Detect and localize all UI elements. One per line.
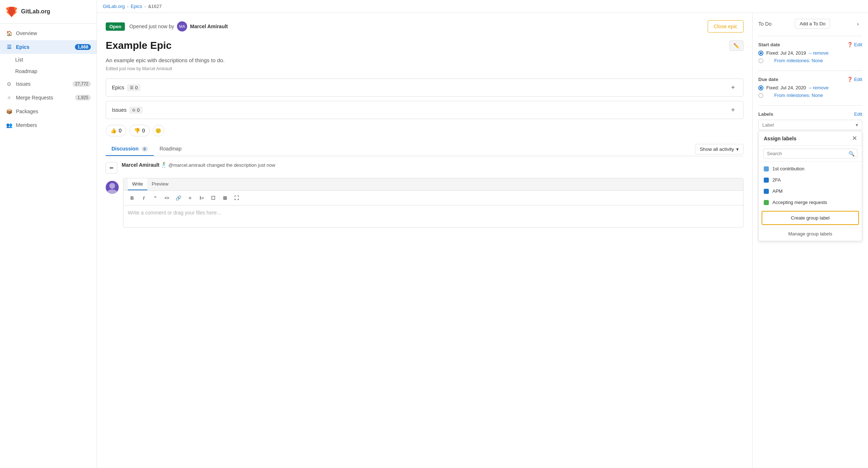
comment-editor-row: Write Preview B I " <> 🔗 ≡ 1≡ ☐ ⊞ ⛶ bbox=[106, 178, 743, 227]
edit-title-button[interactable]: ✏️ bbox=[729, 41, 743, 51]
start-date-fixed-radio[interactable] bbox=[758, 51, 763, 56]
pencil-icon: ✏️ bbox=[733, 43, 740, 48]
due-date-fixed-radio[interactable] bbox=[758, 85, 763, 90]
sidebar-sub-item-roadmap[interactable]: Roadmap bbox=[0, 65, 97, 77]
thumbsdown-reaction[interactable]: 👎 0 bbox=[129, 125, 150, 136]
label-name-accepting-merge: Accepting merge requests bbox=[772, 200, 827, 205]
sidebar-item-label-members: Members bbox=[16, 122, 37, 128]
breadcrumb-epics[interactable]: Epics bbox=[131, 4, 142, 9]
due-date-header: Due date ❓ Edit bbox=[758, 77, 862, 82]
sidebar-item-label-merge: Merge Requests bbox=[16, 95, 53, 101]
todo-row: To Do Add a To Do › bbox=[758, 19, 862, 29]
search-icon: 🔍 bbox=[848, 151, 855, 157]
comment-avatar bbox=[106, 181, 119, 194]
sidebar-item-label-issues: Issues bbox=[16, 81, 30, 87]
edit-icon: ✏ bbox=[110, 165, 114, 171]
sidebar-sub-item-list[interactable]: List bbox=[0, 54, 97, 65]
labels-dropdown[interactable]: Label ▾ bbox=[758, 120, 862, 130]
breadcrumb-sep-2: › bbox=[144, 4, 146, 9]
start-date-section: Start date ❓ Edit Fixed: Jul 24, 2019 – … bbox=[758, 42, 862, 63]
label-name-1st-contribution: 1st contribution bbox=[772, 166, 804, 171]
toolbar-list-ordered[interactable]: 1≡ bbox=[197, 193, 207, 203]
label-item-2fa[interactable]: 2FA bbox=[759, 174, 862, 186]
editor-placeholder[interactable]: Write a comment or drag your files here… bbox=[123, 205, 743, 227]
sidebar-item-label-epics: Epics bbox=[16, 44, 29, 50]
labels-edit-btn[interactable]: Edit bbox=[854, 111, 862, 117]
sidebar-item-merge-requests[interactable]: ⑃ Merge Requests 1,925 bbox=[0, 91, 97, 105]
start-date-milestone-radio[interactable] bbox=[758, 58, 763, 63]
epics-badge: 1,668 bbox=[75, 44, 91, 50]
editor-tab-preview[interactable]: Preview bbox=[147, 178, 173, 190]
toolbar-italic[interactable]: I bbox=[139, 193, 149, 203]
sidebar-item-packages[interactable]: 📦 Packages bbox=[0, 105, 97, 118]
toolbar-checkbox[interactable]: ☐ bbox=[208, 193, 218, 203]
comment-editor: Write Preview B I " <> 🔗 ≡ 1≡ ☐ ⊞ ⛶ bbox=[123, 178, 743, 227]
sidebar-item-issues[interactable]: ⊙ Issues 27,772 bbox=[0, 77, 97, 91]
edit-comment-button[interactable]: ✏ bbox=[106, 162, 117, 174]
epics-section-header: Epics ☰ 0 + bbox=[106, 79, 743, 96]
divider-3 bbox=[758, 105, 862, 106]
label-color-apm bbox=[764, 189, 769, 194]
merge-badge: 1,925 bbox=[75, 95, 91, 101]
close-epic-button[interactable]: Close epic bbox=[708, 20, 743, 33]
divider-2 bbox=[758, 71, 862, 71]
toolbar-link[interactable]: 🔗 bbox=[173, 193, 184, 203]
label-placeholder: Label bbox=[762, 122, 774, 128]
sidebar-item-label-packages: Packages bbox=[16, 109, 38, 114]
toolbar-bold[interactable]: B bbox=[127, 193, 137, 203]
add-issue-button[interactable]: + bbox=[729, 106, 737, 114]
due-date-edit-btn[interactable]: Edit bbox=[854, 77, 862, 82]
divider-1 bbox=[758, 36, 862, 36]
toolbar-list-unordered[interactable]: ≡ bbox=[185, 193, 195, 203]
toolbar-code[interactable]: <> bbox=[162, 193, 172, 203]
issues-badge: 27,772 bbox=[72, 81, 91, 87]
label-item-accepting-merge[interactable]: Accepting merge requests bbox=[759, 197, 862, 208]
labels-header: Labels Edit bbox=[758, 111, 862, 117]
breadcrumb-gitlaborg[interactable]: GitLab.org bbox=[103, 4, 125, 9]
close-dropdown-button[interactable]: ✕ bbox=[852, 135, 857, 142]
epics-section: Epics ☰ 0 + bbox=[106, 78, 743, 97]
tab-roadmap[interactable]: Roadmap bbox=[154, 142, 187, 156]
toolbar-fullscreen[interactable]: ⛶ bbox=[231, 193, 241, 203]
due-date-from-milestones: From milestones: None bbox=[774, 93, 823, 98]
sidebar-item-members[interactable]: 👥 Members bbox=[0, 118, 97, 132]
editor-tab-write[interactable]: Write bbox=[128, 178, 147, 190]
epics-count: ☰ 0 bbox=[127, 84, 140, 91]
list-icon: ☰ bbox=[6, 44, 12, 50]
assign-labels-dropdown: Assign labels ✕ 🔍 1st contribution bbox=[758, 131, 862, 241]
sidebar-item-epics[interactable]: ☰ Epics 1,668 bbox=[0, 40, 97, 54]
user-emoji: 🕺 bbox=[161, 162, 167, 168]
sidebar-item-overview[interactable]: 🏠 Overview bbox=[0, 26, 97, 40]
breadcrumb-issue: &1627 bbox=[148, 4, 162, 9]
issue-icon: ⊙ bbox=[6, 81, 12, 87]
add-epic-button[interactable]: + bbox=[729, 83, 737, 92]
thumbsdown-icon: 👎 bbox=[134, 128, 140, 133]
tab-discussion[interactable]: Discussion 0 bbox=[106, 142, 154, 156]
toolbar-table[interactable]: ⊞ bbox=[220, 193, 230, 203]
due-date-remove-link[interactable]: – remove bbox=[809, 85, 829, 90]
author-name: Marcel Amirault bbox=[190, 24, 228, 29]
label-item-1st-contribution[interactable]: 1st contribution bbox=[759, 163, 862, 174]
thumbsdown-count: 0 bbox=[142, 128, 145, 133]
show-all-activity-button[interactable]: Show all activity ▾ bbox=[695, 144, 743, 154]
label-item-apm[interactable]: APM bbox=[759, 186, 862, 197]
label-color-2fa bbox=[764, 178, 769, 183]
manage-group-labels-button[interactable]: Manage group labels bbox=[759, 228, 862, 241]
issue-header: Open Opened just now by MA Marcel Amirau… bbox=[106, 20, 743, 33]
svg-point-0 bbox=[109, 183, 115, 189]
label-name-2fa: 2FA bbox=[772, 177, 781, 183]
due-date-milestone-radio[interactable] bbox=[758, 93, 763, 98]
label-search-input[interactable] bbox=[763, 149, 858, 158]
create-group-label-button[interactable]: Create group label bbox=[762, 211, 859, 225]
start-date-remove-link[interactable]: – remove bbox=[809, 50, 829, 56]
expand-button[interactable]: › bbox=[854, 20, 862, 28]
start-date-edit-btn[interactable]: Edit bbox=[854, 42, 862, 47]
thumbsup-reaction[interactable]: 👍 0 bbox=[106, 125, 126, 136]
add-todo-button[interactable]: Add a To Do bbox=[795, 19, 830, 29]
label-name-apm: APM bbox=[772, 188, 783, 194]
add-emoji-button[interactable]: 🙂 bbox=[153, 125, 164, 136]
start-date-milestone-option: From milestones: None bbox=[758, 58, 862, 63]
issues-section: Issues ⊙ 0 + bbox=[106, 101, 743, 119]
epics-icon: ☰ bbox=[130, 85, 134, 90]
toolbar-quote[interactable]: " bbox=[150, 193, 160, 203]
